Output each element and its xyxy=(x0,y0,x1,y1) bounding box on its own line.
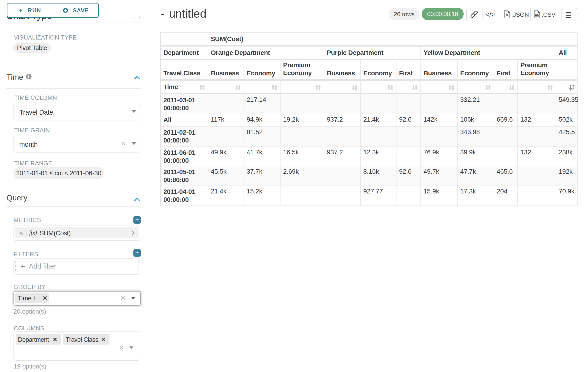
svg-text:<>: <> xyxy=(505,13,509,17)
